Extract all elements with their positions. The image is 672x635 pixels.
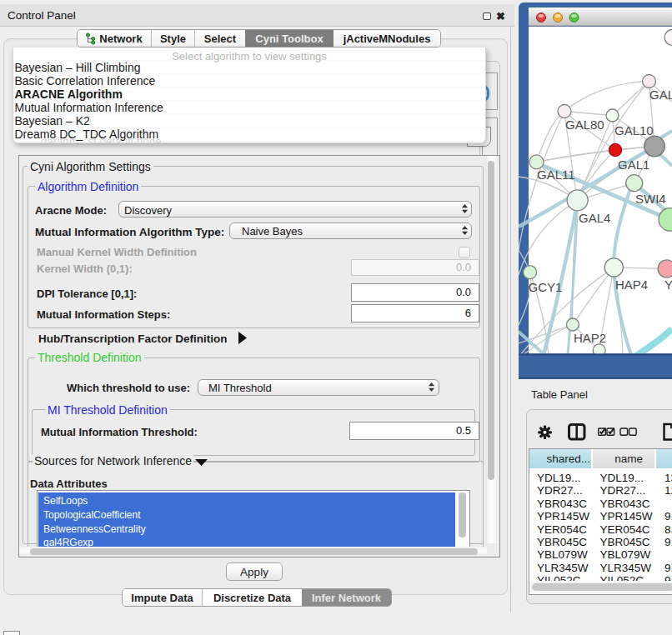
svg-text:GAL10: GAL10 [614,123,654,138]
svg-text:GAL11: GAL11 [537,168,575,182]
svg-text:GAL80: GAL80 [565,118,604,132]
svg-text:GAL1: GAL1 [618,158,649,172]
svg-text:GAL4: GAL4 [579,211,610,225]
svg-text:GAL: GAL [649,88,672,102]
svg-text:HAP4: HAP4 [615,278,648,292]
svg-text:SWI4: SWI4 [635,192,666,206]
svg-text:HAP2: HAP2 [574,331,606,345]
svg-text:GCY1: GCY1 [529,280,563,294]
svg-text:Y: Y [664,278,672,292]
